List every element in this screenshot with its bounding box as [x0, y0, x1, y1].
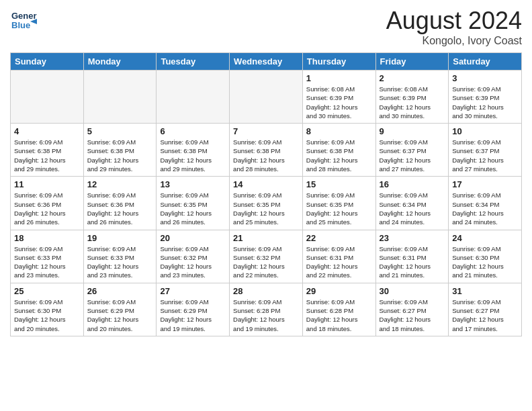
day-info: Sunrise: 6:09 AM Sunset: 6:35 PM Dayligh… [233, 191, 299, 226]
logo-icon: General Blue [10, 7, 37, 34]
day-info: Sunrise: 6:09 AM Sunset: 6:28 PM Dayligh… [233, 298, 299, 333]
calendar-week-row: 11Sunrise: 6:09 AM Sunset: 6:36 PM Dayli… [11, 177, 522, 230]
day-info: Sunrise: 6:09 AM Sunset: 6:38 PM Dayligh… [160, 138, 226, 173]
calendar-day-cell [83, 71, 157, 124]
day-of-week-header: Friday [375, 53, 449, 71]
calendar-day-cell: 18Sunrise: 6:09 AM Sunset: 6:33 PM Dayli… [11, 230, 84, 283]
day-number: 20 [160, 233, 226, 243]
calendar-day-cell: 7Sunrise: 6:09 AM Sunset: 6:38 PM Daylig… [230, 124, 303, 177]
day-info: Sunrise: 6:09 AM Sunset: 6:32 PM Dayligh… [160, 244, 226, 280]
day-number: 13 [160, 179, 226, 189]
day-of-week-header: Tuesday [157, 53, 230, 71]
day-number: 9 [380, 126, 445, 136]
calendar-table: SundayMondayTuesdayWednesdayThursdayFrid… [10, 52, 522, 336]
day-info: Sunrise: 6:09 AM Sunset: 6:29 PM Dayligh… [87, 298, 153, 333]
day-number: 8 [306, 126, 372, 136]
svg-text:Blue: Blue [11, 20, 30, 30]
day-info: Sunrise: 6:08 AM Sunset: 6:39 PM Dayligh… [380, 85, 445, 120]
day-info: Sunrise: 6:09 AM Sunset: 6:35 PM Dayligh… [306, 191, 372, 226]
day-info: Sunrise: 6:08 AM Sunset: 6:39 PM Dayligh… [306, 85, 372, 120]
day-of-week-header: Sunday [11, 53, 84, 71]
calendar-week-row: 25Sunrise: 6:09 AM Sunset: 6:30 PM Dayli… [11, 283, 522, 336]
calendar-week-row: 18Sunrise: 6:09 AM Sunset: 6:33 PM Dayli… [11, 230, 522, 283]
calendar-day-cell: 2Sunrise: 6:08 AM Sunset: 6:39 PM Daylig… [375, 71, 449, 124]
page: General Blue August 2024 Kongolo, Ivory … [0, 0, 532, 411]
calendar-day-cell: 19Sunrise: 6:09 AM Sunset: 6:33 PM Dayli… [83, 230, 157, 283]
day-of-week-header: Saturday [449, 53, 522, 71]
day-info: Sunrise: 6:09 AM Sunset: 6:37 PM Dayligh… [380, 138, 445, 173]
calendar-day-cell: 6Sunrise: 6:09 AM Sunset: 6:38 PM Daylig… [157, 124, 230, 177]
calendar-day-cell [230, 71, 303, 124]
day-info: Sunrise: 6:09 AM Sunset: 6:33 PM Dayligh… [87, 244, 153, 280]
day-number: 12 [87, 179, 153, 189]
day-number: 14 [233, 179, 299, 189]
calendar-day-cell: 13Sunrise: 6:09 AM Sunset: 6:35 PM Dayli… [157, 177, 230, 230]
calendar-day-cell: 3Sunrise: 6:09 AM Sunset: 6:39 PM Daylig… [449, 71, 522, 124]
day-of-week-header: Monday [83, 53, 157, 71]
svg-text:General: General [11, 11, 37, 21]
day-info: Sunrise: 6:09 AM Sunset: 6:36 PM Dayligh… [87, 191, 153, 226]
calendar-day-cell [11, 71, 84, 124]
calendar-week-row: 4Sunrise: 6:09 AM Sunset: 6:38 PM Daylig… [11, 124, 522, 177]
day-info: Sunrise: 6:09 AM Sunset: 6:33 PM Dayligh… [14, 244, 80, 280]
calendar-day-cell: 14Sunrise: 6:09 AM Sunset: 6:35 PM Dayli… [230, 177, 303, 230]
day-info: Sunrise: 6:09 AM Sunset: 6:31 PM Dayligh… [380, 244, 445, 280]
calendar-day-cell: 29Sunrise: 6:09 AM Sunset: 6:28 PM Dayli… [302, 283, 375, 336]
calendar-day-cell: 11Sunrise: 6:09 AM Sunset: 6:36 PM Dayli… [11, 177, 84, 230]
calendar-week-row: 1Sunrise: 6:08 AM Sunset: 6:39 PM Daylig… [11, 71, 522, 124]
day-number: 18 [14, 233, 80, 243]
day-number: 26 [87, 286, 153, 296]
day-info: Sunrise: 6:09 AM Sunset: 6:29 PM Dayligh… [160, 298, 226, 333]
calendar-title: August 2024 [386, 7, 522, 35]
day-of-week-header: Thursday [302, 53, 375, 71]
calendar-day-cell: 26Sunrise: 6:09 AM Sunset: 6:29 PM Dayli… [83, 283, 157, 336]
calendar-day-cell: 28Sunrise: 6:09 AM Sunset: 6:28 PM Dayli… [230, 283, 303, 336]
day-number: 3 [452, 73, 518, 83]
day-number: 31 [452, 286, 518, 296]
day-number: 11 [14, 179, 80, 189]
calendar-day-cell: 21Sunrise: 6:09 AM Sunset: 6:32 PM Dayli… [230, 230, 303, 283]
calendar-day-cell: 5Sunrise: 6:09 AM Sunset: 6:38 PM Daylig… [83, 124, 157, 177]
day-number: 23 [380, 233, 445, 243]
calendar-day-cell: 20Sunrise: 6:09 AM Sunset: 6:32 PM Dayli… [157, 230, 230, 283]
day-number: 30 [380, 286, 445, 296]
calendar-day-cell: 25Sunrise: 6:09 AM Sunset: 6:30 PM Dayli… [11, 283, 84, 336]
day-info: Sunrise: 6:09 AM Sunset: 6:30 PM Dayligh… [14, 298, 80, 333]
day-info: Sunrise: 6:09 AM Sunset: 6:35 PM Dayligh… [160, 191, 226, 226]
day-number: 10 [452, 126, 518, 136]
day-number: 1 [306, 73, 372, 83]
day-number: 2 [380, 73, 445, 83]
calendar-day-cell: 30Sunrise: 6:09 AM Sunset: 6:27 PM Dayli… [375, 283, 449, 336]
calendar-day-cell: 17Sunrise: 6:09 AM Sunset: 6:34 PM Dayli… [449, 177, 522, 230]
day-number: 6 [160, 126, 226, 136]
day-number: 5 [87, 126, 153, 136]
day-number: 15 [306, 179, 372, 189]
day-of-week-header: Wednesday [230, 53, 303, 71]
calendar-day-cell: 23Sunrise: 6:09 AM Sunset: 6:31 PM Dayli… [375, 230, 449, 283]
calendar-header-row: SundayMondayTuesdayWednesdayThursdayFrid… [11, 53, 522, 71]
day-number: 27 [160, 286, 226, 296]
day-info: Sunrise: 6:09 AM Sunset: 6:38 PM Dayligh… [87, 138, 153, 173]
day-info: Sunrise: 6:09 AM Sunset: 6:34 PM Dayligh… [452, 191, 518, 226]
day-info: Sunrise: 6:09 AM Sunset: 6:32 PM Dayligh… [233, 244, 299, 280]
day-info: Sunrise: 6:09 AM Sunset: 6:39 PM Dayligh… [452, 85, 518, 120]
title-block: August 2024 Kongolo, Ivory Coast [386, 7, 522, 47]
day-number: 16 [380, 179, 445, 189]
day-number: 21 [233, 233, 299, 243]
calendar-day-cell: 15Sunrise: 6:09 AM Sunset: 6:35 PM Dayli… [302, 177, 375, 230]
day-info: Sunrise: 6:09 AM Sunset: 6:38 PM Dayligh… [233, 138, 299, 173]
calendar-day-cell: 24Sunrise: 6:09 AM Sunset: 6:30 PM Dayli… [449, 230, 522, 283]
day-info: Sunrise: 6:09 AM Sunset: 6:38 PM Dayligh… [306, 138, 372, 173]
calendar-day-cell: 4Sunrise: 6:09 AM Sunset: 6:38 PM Daylig… [11, 124, 84, 177]
calendar-day-cell [157, 71, 230, 124]
day-number: 7 [233, 126, 299, 136]
day-info: Sunrise: 6:09 AM Sunset: 6:31 PM Dayligh… [306, 244, 372, 280]
calendar-day-cell: 12Sunrise: 6:09 AM Sunset: 6:36 PM Dayli… [83, 177, 157, 230]
calendar-day-cell: 10Sunrise: 6:09 AM Sunset: 6:37 PM Dayli… [449, 124, 522, 177]
day-number: 29 [306, 286, 372, 296]
day-info: Sunrise: 6:09 AM Sunset: 6:27 PM Dayligh… [380, 298, 445, 333]
header: General Blue August 2024 Kongolo, Ivory … [10, 7, 522, 47]
calendar-day-cell: 9Sunrise: 6:09 AM Sunset: 6:37 PM Daylig… [375, 124, 449, 177]
day-number: 25 [14, 286, 80, 296]
day-info: Sunrise: 6:09 AM Sunset: 6:27 PM Dayligh… [452, 298, 518, 333]
